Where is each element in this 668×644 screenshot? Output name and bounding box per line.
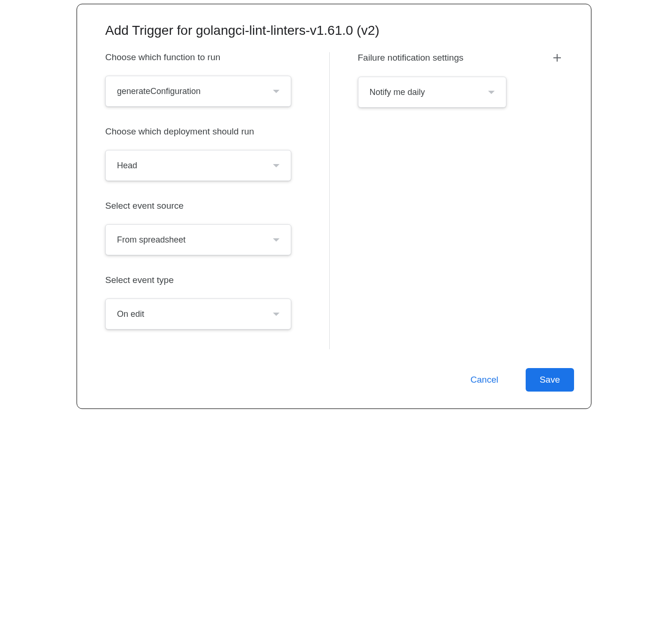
left-column: Choose which function to run generateCon… [105,52,330,349]
event-type-label: Select event type [105,275,174,285]
event-source-dropdown[interactable]: From spreadsheet [105,224,291,255]
event-type-dropdown-value: On edit [117,309,144,319]
plus-icon[interactable] [551,52,563,63]
function-label: Choose which function to run [105,52,220,63]
dialog-footer: Cancel Save [77,359,591,408]
deployment-dropdown[interactable]: Head [105,150,291,181]
function-section: Choose which function to run generateCon… [105,52,311,107]
event-source-section: Select event source From spreadsheet [105,201,311,255]
cancel-button[interactable]: Cancel [457,368,513,392]
event-source-dropdown-value: From spreadsheet [117,235,186,245]
event-type-section: Select event type On edit [105,275,311,330]
failure-notification-label: Failure notification settings [358,53,464,63]
caret-down-icon [273,238,280,242]
add-trigger-dialog: Add Trigger for golangci-lint-linters-v1… [77,4,591,409]
caret-down-icon [273,313,280,316]
caret-down-icon [273,164,280,167]
event-type-dropdown[interactable]: On edit [105,298,291,330]
failure-notification-dropdown[interactable]: Notify me daily [358,77,506,108]
event-source-label: Select event source [105,201,184,211]
caret-down-icon [273,90,280,93]
function-dropdown-value: generateConfiguration [117,86,201,96]
caret-down-icon [488,91,495,94]
deployment-dropdown-value: Head [117,161,137,171]
function-dropdown[interactable]: generateConfiguration [105,76,291,107]
save-button[interactable]: Save [526,368,574,392]
failure-notification-dropdown-value: Notify me daily [370,87,425,97]
deployment-label: Choose which deployment should run [105,126,254,137]
failure-notification-section: Failure notification settings Notify me … [358,52,563,108]
dialog-title: Add Trigger for golangci-lint-linters-v1… [77,4,591,52]
deployment-section: Choose which deployment should run Head [105,126,311,181]
right-column: Failure notification settings Notify me … [330,52,563,349]
dialog-content: Choose which function to run generateCon… [77,52,591,359]
